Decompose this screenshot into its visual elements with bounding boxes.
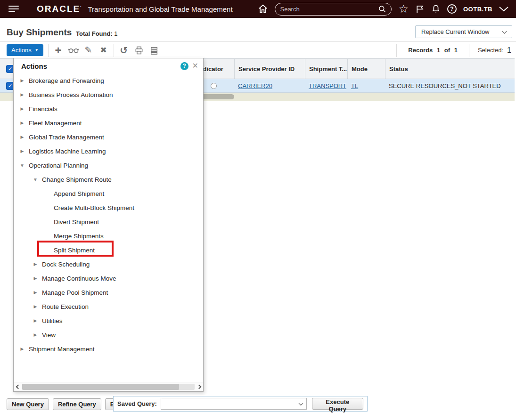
new-query-button[interactable]: New Query <box>7 398 49 410</box>
total-found: Total Found: 1 <box>76 30 118 37</box>
popup-scrollbar-track[interactable] <box>22 384 195 390</box>
actions-tree-item-label: Shipment Management <box>29 346 95 353</box>
notifications-bell-icon[interactable] <box>431 4 441 14</box>
popup-help-icon[interactable]: ? <box>180 62 188 70</box>
triangle-expanded-icon[interactable]: ▼ <box>19 163 25 168</box>
view-glasses-icon[interactable] <box>68 45 79 56</box>
actions-tree-item-financials[interactable]: ▶Financials <box>14 102 203 116</box>
shipment-type-cell: TRANSPORT <box>305 79 347 92</box>
actions-tree-item-logistics-machine-learning[interactable]: ▶Logistics Machine Learning <box>14 144 203 158</box>
actions-tree-item-operational-planning[interactable]: ▼Operational Planning <box>14 158 203 172</box>
actions-tree-item-label: Fleet Management <box>29 120 82 127</box>
indicator-radio[interactable] <box>211 83 217 89</box>
scroll-right-arrow-icon[interactable] <box>195 385 203 388</box>
mode-link[interactable]: TL <box>351 82 358 89</box>
actions-tree-item-append-shipment[interactable]: Append Shipment <box>14 186 203 201</box>
chevron-down-icon <box>298 401 303 406</box>
toolbar-icon-group-utility: ↺ <box>119 45 159 56</box>
column-header-shipment-type[interactable]: Shipment T... <box>305 59 347 79</box>
query-bar: New Query Refine Query Export Saved Quer… <box>0 396 516 412</box>
actions-tree-item-fleet-management[interactable]: ▶Fleet Management <box>14 116 203 130</box>
triangle-collapsed-icon[interactable]: ▶ <box>19 121 25 125</box>
actions-tree-item-brokerage-and-forwarding[interactable]: ▶Brokerage and Forwarding <box>14 73 203 88</box>
actions-tree-item-route-execution[interactable]: ▶Route Execution <box>14 299 203 314</box>
flag-icon[interactable] <box>415 4 425 14</box>
actions-tree-item-create-multi-block-shipment[interactable]: Create Multi-Block Shipment <box>14 201 203 215</box>
topbar-right-group: ☆ ? OOTB.TB <box>258 3 516 16</box>
add-icon[interactable]: + <box>53 45 64 56</box>
service-provider-link[interactable]: CARRIER20 <box>238 82 272 89</box>
actions-tree-item-view[interactable]: ▶View <box>14 328 203 342</box>
triangle-collapsed-icon[interactable]: ▶ <box>33 332 38 337</box>
actions-tree-item-global-trade-management[interactable]: ▶Global Trade Management <box>14 130 203 144</box>
triangle-collapsed-icon[interactable]: ▶ <box>33 276 38 281</box>
triangle-collapsed-icon[interactable]: ▶ <box>33 262 38 267</box>
triangle-collapsed-icon[interactable]: ▶ <box>19 106 25 111</box>
column-header-service-provider[interactable]: Service Provider ID <box>234 59 305 79</box>
actions-button[interactable]: Actions▼ <box>7 44 43 56</box>
triangle-collapsed-icon[interactable]: ▶ <box>19 135 25 139</box>
app-title: Transportation and Global Trade Manageme… <box>88 5 232 13</box>
records-count: Records 1 of 1 <box>397 47 469 54</box>
popup-scrollbar-thumb[interactable] <box>22 384 179 390</box>
shipment-type-link[interactable]: TRANSPORT <box>309 82 346 89</box>
search-input[interactable] <box>280 6 378 13</box>
status-value: SECURE RESOURCES_NOT STARTED <box>389 82 501 89</box>
actions-tree-item-manage-pool-shipment[interactable]: ▶Manage Pool Shipment <box>14 285 203 299</box>
actions-tree-item-label: Change Shipment Route <box>42 176 112 183</box>
favorites-star-icon[interactable]: ☆ <box>398 3 409 15</box>
service-provider-cell: CARRIER20 <box>234 79 305 92</box>
triangle-collapsed-icon[interactable]: ▶ <box>33 290 38 295</box>
execute-query-button[interactable]: Execute Query <box>312 398 363 410</box>
edit-pencil-icon[interactable]: ✎ <box>83 45 94 56</box>
triangle-collapsed-icon[interactable]: ▶ <box>19 92 25 97</box>
actions-tree-item-change-shipment-route[interactable]: ▼Change Shipment Route <box>14 172 203 186</box>
triangle-collapsed-icon[interactable]: ▶ <box>19 347 25 351</box>
triangle-expanded-icon[interactable]: ▼ <box>33 177 38 182</box>
triangle-collapsed-icon[interactable]: ▶ <box>33 318 38 323</box>
actions-tree-item-shipment-management[interactable]: ▶Shipment Management <box>14 342 203 356</box>
triangle-collapsed-icon[interactable]: ▶ <box>33 304 38 309</box>
hamburger-menu-icon[interactable] <box>8 6 19 12</box>
delete-icon[interactable]: ✖ <box>98 45 109 56</box>
actions-tree-item-label: Divert Shipment <box>54 218 99 226</box>
global-search[interactable] <box>275 3 392 16</box>
actions-tree-item-dock-scheduling[interactable]: ▶Dock Scheduling <box>14 257 203 271</box>
list-view-icon[interactable] <box>149 45 159 56</box>
actions-tree-item-utilities[interactable]: ▶Utilities <box>14 314 203 328</box>
toolbar-icon-group-edit: + ✎ ✖ <box>53 45 109 56</box>
refresh-icon[interactable]: ↺ <box>119 45 129 56</box>
actions-tree-item-label: Financials <box>29 105 57 113</box>
toolbar-divider <box>48 44 49 57</box>
window-mode-select[interactable]: Replace Current Window <box>415 25 512 38</box>
column-header-status[interactable]: Status <box>385 59 515 79</box>
horizontal-scrollbar-thumb[interactable] <box>200 94 234 99</box>
popup-horizontal-scrollbar <box>14 382 203 391</box>
saved-query-panel: Saved Query: Execute Query <box>113 396 368 412</box>
home-icon[interactable] <box>258 4 268 14</box>
help-icon[interactable]: ? <box>447 4 457 14</box>
triangle-collapsed-icon[interactable]: ▶ <box>19 149 25 153</box>
column-header-mode[interactable]: Mode <box>347 59 385 79</box>
actions-tree-item-split-shipment[interactable]: Split Shipment <box>14 243 203 257</box>
page-title: Buy Shipments <box>7 27 72 38</box>
refine-query-button[interactable]: Refine Query <box>53 398 101 410</box>
actions-tree-item-merge-shipments[interactable]: Merge Shipments <box>14 229 203 243</box>
search-icon[interactable] <box>378 5 386 13</box>
actions-tree-item-divert-shipment[interactable]: Divert Shipment <box>14 215 203 229</box>
popup-close-icon[interactable]: ✕ <box>192 62 198 70</box>
user-menu-label[interactable]: OOTB.TB <box>463 6 492 13</box>
chevron-down-icon <box>502 29 507 33</box>
print-icon[interactable] <box>134 45 144 56</box>
user-menu-chevron-icon[interactable] <box>499 7 508 12</box>
saved-query-select[interactable] <box>161 398 307 410</box>
actions-popup-titlebar: Actions ? ✕ <box>14 58 203 73</box>
window-mode-value: Replace Current Window <box>421 28 490 35</box>
scroll-left-arrow-icon[interactable] <box>14 385 22 388</box>
actions-popup-title: Actions <box>21 62 47 70</box>
actions-tree-item-manage-continuous-move[interactable]: ▶Manage Continuous Move <box>14 271 203 285</box>
triangle-collapsed-icon[interactable]: ▶ <box>19 78 25 83</box>
actions-tree-item-business-process-automation[interactable]: ▶Business Process Automation <box>14 88 203 102</box>
caret-down-icon: ▼ <box>35 48 39 52</box>
application-window: ORACLE’ Transportation and Global Trade … <box>0 0 516 420</box>
